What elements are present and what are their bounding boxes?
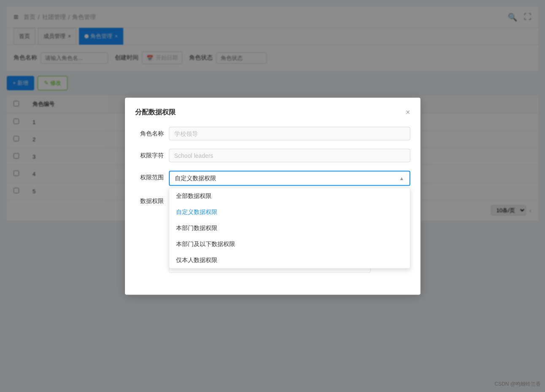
role-name-form-control	[169, 127, 410, 140]
data-perm-label: 数据权限	[135, 194, 169, 205]
perm-symbol-input[interactable]	[169, 149, 410, 162]
role-name-form-input[interactable]	[169, 127, 410, 140]
perm-range-select[interactable]: 自定义数据权限 ▲	[169, 170, 410, 186]
modal-header: 分配数据权限 ×	[135, 108, 410, 116]
perm-range-form-control: 自定义数据权限 ▲ 全部数据权限 自定义数据权限 本部门数据权限 本部门及以下数…	[169, 170, 410, 186]
role-name-row: 角色名称	[135, 127, 410, 140]
dropdown-item-custom[interactable]: 自定义数据权限	[169, 204, 410, 220]
perm-range-dropdown: 全部数据权限 自定义数据权限 本部门数据权限 本部门及以下数据权限 仅本人数据权…	[169, 187, 410, 227]
dropdown-item-dept[interactable]: 本部门数据权限	[169, 220, 410, 227]
modal-title: 分配数据权限	[135, 108, 176, 116]
perm-range-select-wrapper: 自定义数据权限 ▲ 全部数据权限 自定义数据权限 本部门数据权限 本部门及以下数…	[169, 170, 410, 186]
role-name-form-label: 角色名称	[135, 127, 169, 137]
perm-symbol-row: 权限字符	[135, 149, 410, 162]
modal-close-button[interactable]: ×	[406, 108, 410, 116]
dropdown-item-all[interactable]: 全部数据权限	[169, 188, 410, 204]
selected-option-label: 自定义数据权限	[175, 174, 216, 182]
perm-range-label: 权限范围	[135, 170, 169, 181]
perm-range-row: 权限范围 自定义数据权限 ▲ 全部数据权限 自定义数据权限 本部门数据权限 本部…	[135, 170, 410, 186]
perm-symbol-form-control	[169, 149, 410, 162]
assign-permission-modal: 分配数据权限 × 角色名称 权限字符 权限范围 自定义数据权限 ▲ 全部数据权限	[125, 97, 420, 227]
perm-symbol-label: 权限字符	[135, 149, 169, 159]
chevron-up-icon: ▲	[399, 175, 404, 181]
